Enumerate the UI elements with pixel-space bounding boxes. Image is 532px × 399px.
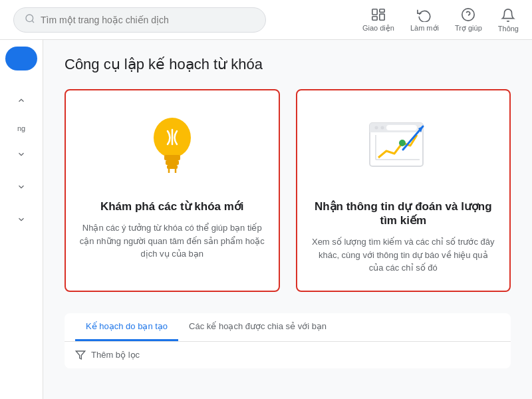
giao-dien-button[interactable]: Giao diện (362, 7, 394, 33)
svg-rect-11 (167, 165, 178, 169)
filter-label[interactable]: Thêm bộ lọc (91, 350, 140, 360)
svg-rect-19 (386, 125, 417, 130)
svg-rect-10 (166, 160, 179, 165)
giao-dien-icon (370, 7, 386, 23)
search-bar[interactable] (13, 7, 266, 33)
svg-marker-25 (76, 351, 84, 359)
svg-rect-5 (380, 14, 384, 20)
sidebar-chevron-3[interactable] (13, 178, 30, 198)
search-icon (25, 13, 35, 27)
svg-rect-3 (380, 9, 384, 13)
sidebar: ng (0, 40, 43, 399)
header: Giao diện Làm mới Trợ giúp (0, 0, 532, 40)
header-left (13, 7, 362, 33)
kham-pha-desc: Nhận các ý tưởng từ khóa có thể giúp bạn… (79, 221, 265, 261)
sidebar-chevron-1[interactable] (13, 92, 30, 111)
kham-pha-title: Khám phá các từ khóa mới (100, 200, 244, 213)
svg-rect-2 (372, 9, 377, 15)
sidebar-chevron-2[interactable] (13, 146, 30, 165)
sidebar-blue-button[interactable] (5, 47, 37, 70)
tab-ke-hoach-do-ban-tao[interactable]: Kế hoạch do bạn tạo (75, 313, 178, 341)
kham-pha-card[interactable]: Khám phá các từ khóa mới Nhận các ý tưởn… (65, 89, 280, 292)
kham-pha-icon (132, 106, 212, 186)
svg-point-6 (462, 9, 474, 21)
nhan-thong-tin-icon (363, 106, 443, 186)
cards-row: Khám phá các từ khóa mới Nhận các ý tưởn… (65, 89, 511, 292)
svg-point-22 (399, 140, 406, 146)
main-content: Công cụ lập kế hoạch từ khóa (43, 40, 532, 399)
tro-giup-button[interactable]: Trợ giúp (455, 7, 482, 33)
svg-rect-4 (372, 17, 377, 21)
sidebar-chevron-4[interactable] (13, 211, 30, 230)
svg-rect-9 (164, 155, 180, 160)
tab-ke-hoach-chia-se[interactable]: Các kế hoạch được chia sẻ với bạn (178, 313, 337, 341)
header-right: Giao diện Làm mới Trợ giúp (362, 7, 519, 33)
svg-line-1 (32, 21, 34, 23)
tabs-section: Kế hoạch do bạn tạo Các kế hoạch được ch… (65, 313, 511, 368)
svg-point-18 (381, 126, 384, 130)
thong-bao-button[interactable]: Thông (498, 7, 519, 33)
svg-point-0 (26, 15, 33, 22)
thong-bao-icon (500, 7, 516, 23)
page-title: Công cụ lập kế hoạch từ khóa (65, 56, 511, 73)
tro-giup-label: Trợ giúp (455, 24, 482, 33)
giao-dien-label: Giao diện (362, 24, 394, 33)
lam-moi-label: Làm mới (410, 24, 439, 33)
svg-point-17 (375, 126, 378, 130)
sidebar-label-ng: ng (17, 124, 25, 132)
tabs-body: Thêm bộ lọc (65, 342, 511, 368)
lam-moi-icon (416, 7, 432, 23)
lam-moi-button[interactable]: Làm mới (410, 7, 439, 33)
sidebar-items: ng (0, 92, 43, 230)
filter-icon (75, 350, 86, 360)
tro-giup-icon (460, 7, 476, 23)
tabs-header: Kế hoạch do bạn tạo Các kế hoạch được ch… (65, 313, 511, 342)
nhan-thong-tin-card[interactable]: Nhận thông tin dự đoán và lượng tìm kiếm… (296, 89, 511, 292)
thong-bao-label: Thông (498, 25, 519, 33)
search-input[interactable] (41, 15, 255, 25)
nhan-thong-tin-title: Nhận thông tin dự đoán và lượng tìm kiếm (311, 200, 497, 227)
nhan-thong-tin-desc: Xem số lượng tìm kiếm và các chỉ số trướ… (311, 235, 497, 275)
